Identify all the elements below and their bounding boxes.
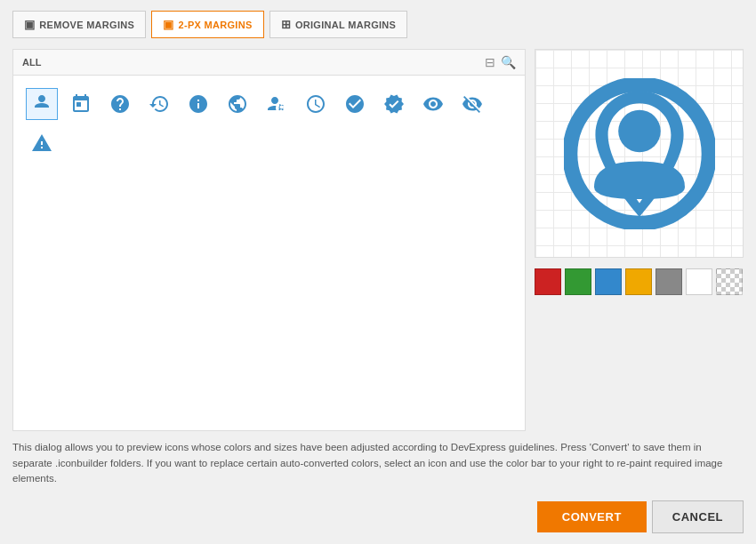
tab-original-margins[interactable]: ⊞ ORIGINAL MARGINS — [269, 11, 408, 38]
tab-remove-margins[interactable]: ▣ REMOVE MARGINS — [12, 11, 146, 38]
icon-verified[interactable] — [378, 88, 410, 120]
globe-icon — [227, 93, 248, 115]
icons-grid — [13, 76, 525, 172]
cancel-button[interactable]: CANCEL — [652, 500, 744, 533]
tab-2px-margins-icon: ▣ — [163, 18, 173, 31]
color-gray[interactable] — [655, 268, 682, 295]
icon-calendar[interactable] — [65, 88, 97, 120]
color-red[interactable] — [535, 268, 561, 295]
tab-2px-margins-label: 2-PX MARGINS — [179, 20, 253, 30]
panel-header-actions: ⊟ 🔍 — [485, 55, 516, 69]
preview-area — [535, 49, 744, 258]
convert-label: CONVERT — [562, 510, 622, 524]
warning-icon — [31, 132, 52, 154]
icon-eye-slash[interactable] — [456, 88, 488, 120]
color-white[interactable] — [686, 268, 712, 295]
color-palette — [535, 263, 744, 300]
svg-point-1 — [618, 109, 661, 152]
panel-header: ALL ⊟ 🔍 — [13, 50, 525, 76]
tab-remove-margins-label: REMOVE MARGINS — [39, 20, 134, 30]
preview-avatar-icon — [564, 78, 715, 229]
svg-point-0 — [569, 84, 708, 222]
help-icon — [109, 93, 131, 115]
left-panel: ALL ⊟ 🔍 — [12, 49, 526, 431]
icon-person-settings[interactable] — [261, 88, 293, 120]
eye-slash-icon — [462, 93, 483, 115]
icon-history[interactable] — [143, 88, 175, 120]
panel-size-btn[interactable]: ⊟ — [485, 55, 495, 69]
clock-icon — [305, 93, 326, 115]
eye-icon — [422, 93, 444, 115]
tab-remove-margins-icon: ▣ — [24, 18, 35, 31]
dialog: ▣ REMOVE MARGINS ▣ 2-PX MARGINS ⊞ ORIGIN… — [0, 0, 756, 544]
tab-original-margins-label: ORIGINAL MARGINS — [295, 20, 396, 30]
color-green[interactable] — [565, 268, 591, 295]
history-icon — [149, 93, 170, 115]
footer: CONVERT CANCEL — [0, 490, 756, 544]
icon-clock[interactable] — [300, 88, 332, 120]
person-icon — [31, 93, 52, 115]
tab-original-margins-icon: ⊞ — [281, 18, 291, 31]
check-circle-icon — [344, 93, 366, 115]
verified-icon — [383, 93, 405, 115]
description-text: This dialog allows you to preview icons … — [0, 431, 756, 490]
info-icon — [188, 93, 209, 115]
preview-svg — [564, 78, 715, 229]
toolbar: ▣ REMOVE MARGINS ▣ 2-PX MARGINS ⊞ ORIGIN… — [0, 0, 756, 49]
color-orange[interactable] — [625, 268, 652, 295]
icon-help[interactable] — [104, 88, 136, 120]
right-panel — [535, 49, 744, 431]
tab-2px-margins[interactable]: ▣ 2-PX MARGINS — [151, 11, 263, 38]
panel-search-btn[interactable]: 🔍 — [501, 55, 516, 69]
icon-warning[interactable] — [26, 127, 58, 159]
color-transparent[interactable] — [716, 268, 743, 295]
main-content: ALL ⊟ 🔍 — [0, 49, 756, 431]
icon-eye[interactable] — [417, 88, 449, 120]
icon-check-circle[interactable] — [339, 88, 371, 120]
convert-button[interactable]: CONVERT — [537, 501, 647, 532]
person-settings-icon — [266, 93, 287, 115]
icon-person[interactable] — [26, 88, 58, 120]
cancel-label: CANCEL — [672, 510, 723, 524]
calendar-icon — [70, 93, 92, 115]
color-blue[interactable] — [595, 268, 622, 295]
icon-info[interactable] — [182, 88, 214, 120]
panel-all-label: ALL — [22, 57, 41, 68]
description-content: This dialog allows you to preview icons … — [12, 442, 722, 484]
icon-globe[interactable] — [221, 88, 253, 120]
